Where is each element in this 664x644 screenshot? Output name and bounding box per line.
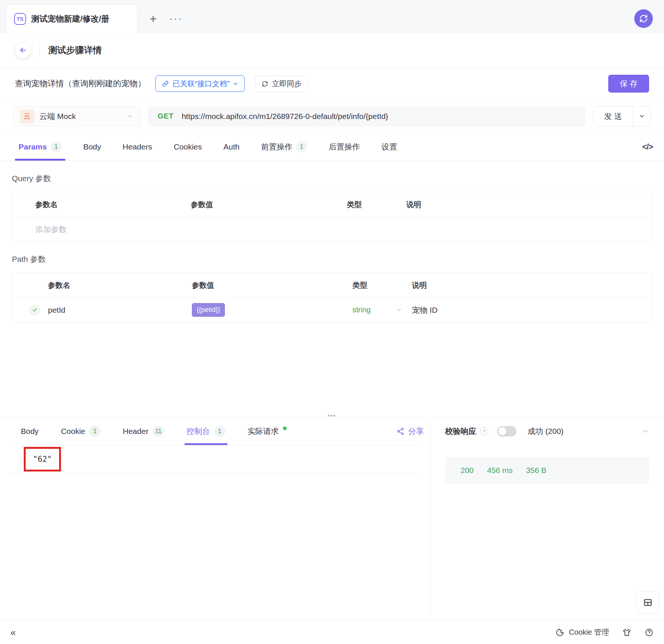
- column-type: 类型: [352, 280, 412, 290]
- linked-doc-button[interactable]: 已关联“接口文档”: [155, 75, 245, 92]
- tab-pre-processors[interactable]: 前置操作 1: [261, 133, 307, 161]
- tab-response-body[interactable]: Body: [21, 418, 39, 445]
- new-tab-button[interactable]: +: [149, 13, 157, 24]
- tab-params[interactable]: Params 1: [19, 133, 62, 161]
- chevron-down-icon: [642, 428, 649, 435]
- response-area: ••• Body Cookie 1 Header 11 控制台 1 实际请求: [0, 417, 664, 620]
- tab-label: 控制台: [187, 426, 210, 437]
- tab-label: Headers: [123, 142, 152, 151]
- add-param-row[interactable]: 添加参数: [12, 217, 652, 241]
- sync-now-button[interactable]: 立即同步: [255, 75, 308, 92]
- param-enabled-checkbox[interactable]: [29, 305, 40, 315]
- query-params-title: Query 参数: [12, 161, 652, 184]
- tab-label: Auth: [223, 142, 239, 151]
- sync-status-button[interactable]: [634, 9, 653, 28]
- tab-label: 后置操作: [329, 142, 360, 152]
- param-type[interactable]: string: [352, 306, 371, 314]
- column-description: 说明: [412, 280, 652, 290]
- theme-icon[interactable]: [622, 628, 631, 637]
- tab-headers[interactable]: Headers: [123, 133, 152, 161]
- console-output[interactable]: "62": [33, 455, 52, 464]
- divider: [39, 45, 40, 55]
- tab-console[interactable]: 控制台 1: [187, 418, 225, 445]
- param-description[interactable]: 宠物 ID: [412, 305, 652, 315]
- table-row: petId {{petid}} string 宠物 ID: [12, 298, 652, 322]
- column-name: 参数名: [48, 280, 192, 290]
- layout-toggle-button[interactable]: [636, 591, 659, 614]
- save-button[interactable]: 保 存: [608, 75, 649, 93]
- help-icon[interactable]: ?: [480, 427, 488, 435]
- test-scenario-icon: TS: [14, 13, 26, 25]
- chevron-down-icon: [233, 81, 238, 87]
- response-pane: Body Cookie 1 Header 11 控制台 1 实际请求: [0, 418, 430, 620]
- cookie-manager-label: Cookie 管理: [569, 627, 609, 637]
- share-button[interactable]: 分享: [396, 426, 424, 437]
- column-type: 类型: [347, 200, 406, 210]
- params-panel: Query 参数 参数名 参数值 类型 说明 添加参数 Path 参数 参数名 …: [0, 161, 664, 417]
- response-stats: 200 456 ms 356 B: [445, 457, 649, 484]
- cookie-manager-button[interactable]: Cookie 管理: [555, 627, 609, 637]
- tab-label: Body: [83, 142, 101, 151]
- tab-label: 前置操作: [261, 142, 292, 152]
- tab-bar: TS 测试宠物新建/修改/册 + ···: [0, 0, 664, 33]
- tab-label: Header: [123, 427, 148, 436]
- step-name: 查询宠物详情（查询刚刚建的宠物）: [15, 78, 146, 89]
- page-title: 测试步骤详情: [48, 44, 102, 56]
- live-indicator-dot: [283, 426, 287, 430]
- help-icon[interactable]: [645, 628, 654, 637]
- path-params-table: 参数名 参数值 类型 说明 petId {{petid}} string 宠物 …: [12, 273, 652, 322]
- tab-body[interactable]: Body: [83, 133, 101, 161]
- query-params-table: 参数名 参数值 类型 说明 添加参数: [12, 192, 652, 242]
- tab-cookies[interactable]: Cookies: [174, 133, 202, 161]
- tab-title: 测试宠物新建/修改/册: [31, 13, 109, 25]
- response-time: 456 ms: [487, 466, 513, 475]
- validation-toggle[interactable]: [497, 426, 516, 437]
- cookie-count-badge: 1: [89, 426, 100, 437]
- page-header: 测试步骤详情: [0, 33, 664, 68]
- param-name[interactable]: petId: [48, 306, 192, 315]
- validation-pane: 校验响应 ? 成功 (200) 200 456 ms 356 B: [430, 418, 664, 620]
- environment-select[interactable]: 云 云端 Mock: [13, 106, 141, 126]
- header-count-badge: 11: [152, 426, 164, 437]
- environment-value: 云端 Mock: [39, 111, 122, 122]
- console-count-badge: 1: [214, 426, 225, 437]
- tab-label: Cookie: [61, 427, 85, 436]
- validation-label: 校验响应: [445, 426, 476, 437]
- step-toolbar: 查询宠物详情（查询刚刚建的宠物） 已关联“接口文档” 立即同步 保 存: [0, 68, 664, 100]
- share-icon: [396, 427, 404, 435]
- code-view-icon[interactable]: </>: [642, 142, 653, 152]
- tab-response-header[interactable]: Header 11: [123, 418, 164, 445]
- split-drag-handle[interactable]: •••: [325, 412, 339, 419]
- share-label: 分享: [408, 426, 424, 437]
- table-header: 参数名 参数值 类型 说明: [12, 192, 652, 217]
- path-params-title: Path 参数: [12, 242, 652, 264]
- refresh-icon: [261, 80, 268, 87]
- tab-settings[interactable]: 设置: [381, 133, 397, 161]
- cloud-env-icon: 云: [20, 109, 34, 123]
- collapse-sidebar-button[interactable]: «: [10, 628, 16, 637]
- tab-auth[interactable]: Auth: [223, 133, 239, 161]
- tab-post-processors[interactable]: 后置操作: [329, 133, 360, 161]
- sync-icon: [639, 14, 648, 23]
- active-tab[interactable]: TS 测试宠物新建/修改/册: [7, 5, 137, 33]
- cookie-icon: [555, 628, 564, 637]
- link-icon: [162, 80, 169, 87]
- tab-response-cookie[interactable]: Cookie 1: [61, 418, 100, 445]
- send-options-button[interactable]: [633, 107, 651, 126]
- layout-icon: [643, 598, 653, 608]
- param-value-variable[interactable]: {{petid}}: [192, 303, 225, 317]
- check-icon: [32, 307, 38, 313]
- chevron-down-icon: [396, 307, 402, 313]
- tab-actual-request[interactable]: 实际请求: [248, 418, 287, 445]
- response-tabs: Body Cookie 1 Header 11 控制台 1 实际请求: [0, 418, 430, 445]
- send-button[interactable]: 发 送: [593, 107, 633, 126]
- toggle-knob: [498, 427, 506, 435]
- chevron-down-icon: [639, 113, 645, 119]
- url-input[interactable]: GET https://mock.apifox.cn/m1/2689726-0-…: [148, 106, 586, 126]
- tab-label: Cookies: [174, 142, 202, 151]
- tab-more-button[interactable]: ···: [170, 13, 183, 24]
- tab-label: Params: [19, 142, 47, 151]
- chevron-down-icon: [127, 113, 133, 120]
- add-param-placeholder[interactable]: 添加参数: [35, 224, 191, 235]
- back-button[interactable]: [15, 42, 31, 58]
